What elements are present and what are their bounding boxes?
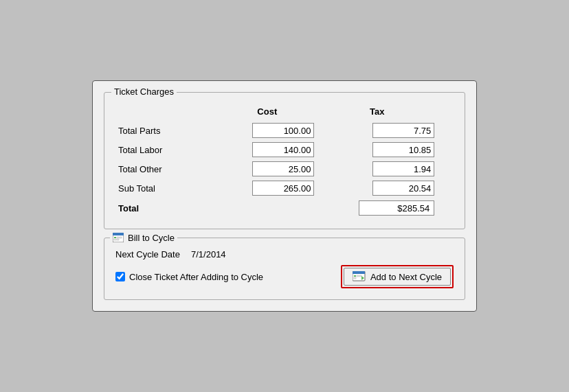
other-cost-input[interactable] bbox=[252, 161, 314, 176]
subtotal-cost-input[interactable] bbox=[252, 181, 314, 196]
svg-rect-12 bbox=[357, 275, 359, 277]
total-row: Total bbox=[115, 198, 454, 218]
main-dialog: Ticket Charges Cost Tax Total Parts bbox=[92, 80, 477, 312]
svg-rect-3 bbox=[114, 237, 116, 238]
labor-tax-cell bbox=[317, 140, 437, 159]
empty-header-2 bbox=[437, 105, 454, 121]
table-row: Total Parts bbox=[115, 121, 454, 140]
other-cost-cell bbox=[217, 159, 317, 178]
add-to-next-cycle-button[interactable]: Add to Next Cycle bbox=[344, 268, 451, 286]
table-row: Total Other bbox=[115, 159, 454, 178]
svg-rect-11 bbox=[354, 275, 356, 277]
row-label-parts: Total Parts bbox=[115, 121, 217, 140]
svg-rect-14 bbox=[354, 277, 356, 279]
parts-cost-input[interactable] bbox=[252, 123, 314, 138]
table-row: Total Labor bbox=[115, 140, 454, 159]
table-row: Sub Total bbox=[115, 178, 454, 198]
ticket-charges-section: Ticket Charges Cost Tax Total Parts bbox=[104, 92, 465, 229]
empty-total-cost bbox=[217, 198, 317, 218]
empty-cell bbox=[437, 140, 454, 159]
close-ticket-checkbox[interactable] bbox=[115, 272, 125, 281]
empty-cell bbox=[437, 159, 454, 178]
empty-cell bbox=[437, 198, 454, 218]
empty-cell bbox=[437, 178, 454, 198]
empty-cell bbox=[437, 121, 454, 140]
subtotal-tax-cell bbox=[317, 178, 437, 198]
add-cycle-icon bbox=[353, 271, 366, 282]
svg-rect-6 bbox=[114, 239, 116, 240]
row-label-subtotal: Sub Total bbox=[115, 178, 217, 198]
close-ticket-checkbox-row: Close Ticket After Adding to Cycle bbox=[115, 272, 263, 282]
cycle-icon bbox=[113, 232, 124, 243]
parts-tax-cell bbox=[317, 121, 437, 140]
total-value-input[interactable] bbox=[359, 200, 434, 216]
cost-header: Cost bbox=[217, 105, 317, 121]
add-btn-wrapper: Add to Next Cycle bbox=[341, 265, 454, 288]
cycle-section-title: Bill to Cycle bbox=[128, 233, 175, 243]
charges-table: Cost Tax Total Parts Total L bbox=[115, 105, 454, 218]
cycle-title-wrap: Bill to Cycle bbox=[110, 232, 177, 243]
labor-cost-cell bbox=[217, 140, 317, 159]
empty-header bbox=[115, 105, 217, 121]
labor-tax-input[interactable] bbox=[372, 142, 434, 157]
next-cycle-date-row: Next Cycle Date 7/1/2014 bbox=[115, 249, 454, 260]
svg-rect-10 bbox=[353, 273, 365, 274]
labor-cost-input[interactable] bbox=[252, 142, 314, 157]
cycle-bottom-row: Close Ticket After Adding to Cycle bbox=[115, 265, 454, 288]
row-label-labor: Total Labor bbox=[115, 140, 217, 159]
other-tax-cell bbox=[317, 159, 437, 178]
cycle-body: Next Cycle Date 7/1/2014 Close Ticket Af… bbox=[115, 249, 454, 288]
add-button-label: Add to Next Cycle bbox=[370, 272, 442, 282]
total-value-cell bbox=[317, 198, 437, 218]
ticket-charges-title: Ticket Charges bbox=[111, 87, 177, 97]
total-label: Total bbox=[115, 198, 217, 218]
close-ticket-label: Close Ticket After Adding to Cycle bbox=[129, 272, 263, 282]
svg-rect-2 bbox=[113, 235, 124, 235]
row-label-other: Total Other bbox=[115, 159, 217, 178]
bill-to-cycle-section: Bill to Cycle Next Cycle Date 7/1/2014 C… bbox=[104, 238, 465, 300]
svg-rect-7 bbox=[117, 239, 119, 240]
next-cycle-date-value: 7/1/2014 bbox=[191, 249, 226, 260]
svg-rect-13 bbox=[359, 275, 361, 277]
subtotal-tax-input[interactable] bbox=[372, 181, 434, 196]
parts-cost-cell bbox=[217, 121, 317, 140]
svg-rect-4 bbox=[117, 237, 119, 238]
subtotal-cost-cell bbox=[217, 178, 317, 198]
other-tax-input[interactable] bbox=[372, 161, 434, 176]
next-cycle-date-label: Next Cycle Date bbox=[115, 249, 191, 260]
svg-rect-5 bbox=[120, 237, 122, 238]
parts-tax-input[interactable] bbox=[372, 123, 434, 138]
tax-header: Tax bbox=[317, 105, 437, 121]
